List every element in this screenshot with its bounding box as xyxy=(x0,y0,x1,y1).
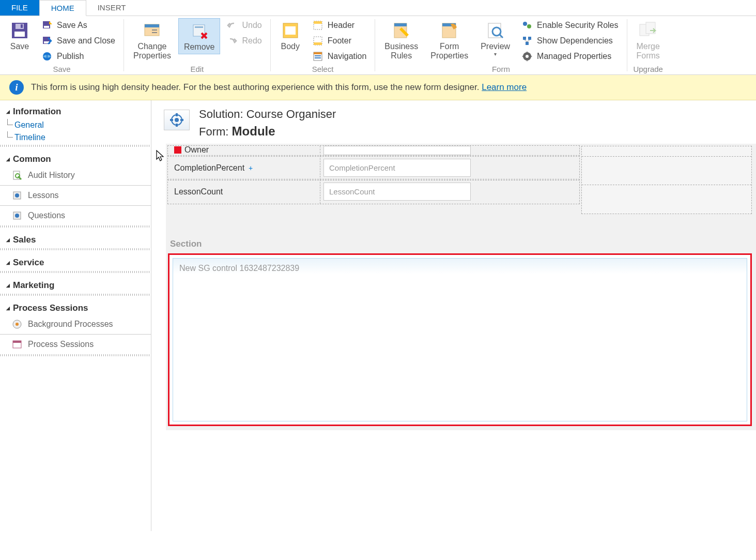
sidebar-item-lessons[interactable]: Lessons xyxy=(0,187,151,204)
field-label-completion: CompletionPercent+ xyxy=(168,156,320,180)
sidebar: Information General Timeline Common Audi… xyxy=(0,100,151,531)
svg-point-47 xyxy=(15,214,19,218)
subgrid-control[interactable]: New SG control 1632487232839 xyxy=(173,258,747,421)
lessons-icon xyxy=(11,190,23,201)
form-icon xyxy=(164,110,190,130)
svg-rect-56 xyxy=(170,119,173,121)
svg-rect-55 xyxy=(176,124,178,127)
svg-rect-1 xyxy=(14,32,25,37)
sidebar-item-questions[interactable]: Questions xyxy=(0,207,151,224)
audit-history-icon xyxy=(11,170,23,181)
svg-rect-24 xyxy=(315,55,321,56)
sidebar-head-sales[interactable]: Sales xyxy=(0,232,151,247)
undo-button[interactable]: Undo xyxy=(222,18,266,33)
svg-point-33 xyxy=(523,22,527,26)
svg-rect-21 xyxy=(314,42,322,45)
sidebar-head-common[interactable]: Common xyxy=(0,151,151,167)
svg-rect-54 xyxy=(176,113,178,116)
right-column[interactable] xyxy=(581,146,752,214)
remove-button[interactable]: Remove xyxy=(178,18,221,54)
footer-button[interactable]: Footer xyxy=(308,34,371,48)
save-as-button[interactable]: Save As xyxy=(37,18,119,33)
save-as-icon xyxy=(41,20,53,31)
svg-rect-36 xyxy=(528,37,531,40)
chevron-down-icon: ▾ xyxy=(494,51,497,57)
lessoncount-input[interactable]: LessonCount xyxy=(323,183,471,201)
redo-button[interactable]: Redo xyxy=(222,34,266,48)
undo-icon xyxy=(226,20,238,31)
sidebar-item-general[interactable]: General xyxy=(0,119,151,131)
learn-more-link[interactable]: Learn more xyxy=(482,82,527,92)
navigation-button[interactable]: Navigation xyxy=(308,49,371,64)
properties-icon xyxy=(142,20,162,41)
body-button[interactable]: Body xyxy=(275,18,306,53)
show-dependencies-button[interactable]: Show Dependencies xyxy=(517,34,622,48)
redo-icon xyxy=(226,35,238,47)
plus-icon: + xyxy=(249,164,253,172)
form-title: Form: Module xyxy=(199,124,336,139)
svg-rect-13 xyxy=(152,32,157,33)
publish-button[interactable]: Publish xyxy=(37,49,119,64)
owner-input[interactable] xyxy=(323,146,471,155)
sidebar-item-process-sessions[interactable]: Process Sessions xyxy=(0,336,151,353)
canvas-header: Solution: Course Organiser Form: Module xyxy=(151,100,756,144)
svg-point-49 xyxy=(16,323,19,326)
header-icon xyxy=(312,20,323,31)
questions-icon xyxy=(11,210,23,221)
svg-rect-27 xyxy=(394,23,407,26)
group-label-save: Save xyxy=(4,64,119,73)
body-icon xyxy=(280,20,301,41)
change-properties-button[interactable]: ChangeProperties xyxy=(128,18,176,62)
sidebar-head-process-sessions[interactable]: Process Sessions xyxy=(0,300,151,315)
sidebar-head-information[interactable]: Information xyxy=(0,103,151,119)
svg-rect-15 xyxy=(195,26,203,28)
enable-security-roles-button[interactable]: Enable Security Roles xyxy=(517,18,622,33)
sidebar-item-timeline[interactable]: Timeline xyxy=(0,131,151,144)
svg-rect-5 xyxy=(44,26,49,28)
form-properties-button[interactable]: FormProperties xyxy=(425,18,473,62)
save-and-close-button[interactable]: Save and Close xyxy=(37,34,119,48)
notification-bar: i This form is using high density header… xyxy=(0,75,756,100)
svg-point-53 xyxy=(175,118,179,122)
svg-rect-12 xyxy=(152,29,157,31)
security-roles-icon xyxy=(521,20,533,31)
section-container-selected[interactable]: New SG control 1632487232839 xyxy=(168,253,752,426)
completionpercent-input[interactable]: CompletionPercent xyxy=(323,159,471,177)
sidebar-head-service[interactable]: Service xyxy=(0,254,151,270)
tab-home[interactable]: HOME xyxy=(39,0,86,16)
group-label-form: Form xyxy=(379,64,622,73)
svg-rect-42 xyxy=(13,171,20,179)
svg-rect-35 xyxy=(523,37,526,40)
background-processes-icon xyxy=(11,319,23,330)
svg-rect-19 xyxy=(314,21,322,24)
tab-file[interactable]: FILE xyxy=(0,0,39,16)
managed-properties-icon xyxy=(521,51,533,62)
tab-insert[interactable]: INSERT xyxy=(86,0,137,16)
preview-icon xyxy=(485,20,506,41)
save-button[interactable]: Save xyxy=(4,18,35,53)
sidebar-item-background-processes[interactable]: Background Processes xyxy=(0,315,151,333)
business-rules-button[interactable]: BusinessRules xyxy=(379,18,423,62)
sidebar-item-audit-history[interactable]: Audit History xyxy=(0,167,151,184)
merge-forms-icon xyxy=(638,20,658,41)
dependencies-icon xyxy=(521,35,533,47)
managed-properties-button[interactable]: Managed Properties xyxy=(517,49,622,64)
navigation-icon xyxy=(312,51,323,62)
merge-forms-button[interactable]: MergeForms xyxy=(631,18,665,62)
group-label-select: Select xyxy=(275,64,371,73)
svg-rect-25 xyxy=(315,57,321,58)
required-icon xyxy=(174,146,181,154)
save-icon xyxy=(9,20,30,41)
ribbon: Save Save As Save and Close Publish Save xyxy=(0,16,756,75)
svg-rect-57 xyxy=(180,119,183,121)
sidebar-head-marketing[interactable]: Marketing xyxy=(0,277,151,293)
preview-button[interactable]: Preview ▾ xyxy=(475,18,515,59)
publish-icon xyxy=(41,51,53,62)
svg-rect-17 xyxy=(285,26,296,35)
form-canvas[interactable]: Owner CompletionPercent+ xyxy=(166,144,756,430)
svg-rect-9 xyxy=(47,53,48,59)
svg-rect-11 xyxy=(145,24,159,27)
header-button[interactable]: Header xyxy=(308,18,371,33)
group-label-upgrade: Upgrade xyxy=(631,64,665,73)
process-sessions-icon xyxy=(11,339,23,350)
